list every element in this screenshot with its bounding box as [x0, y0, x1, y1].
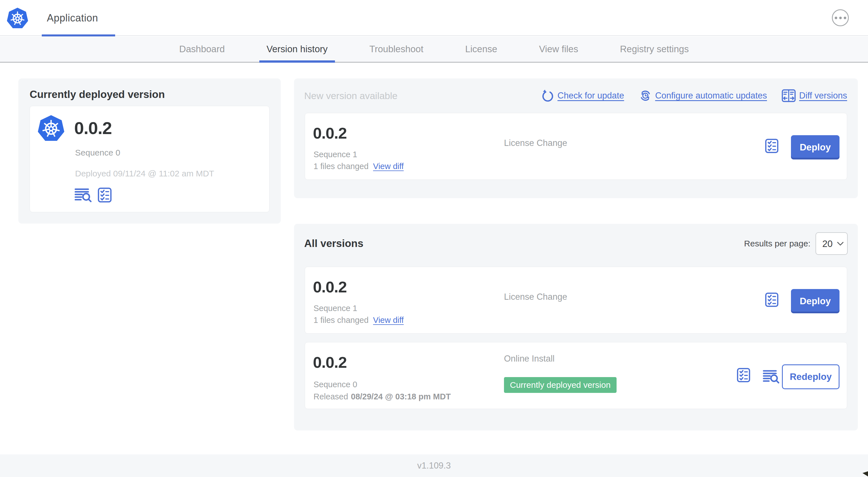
- view-diff-link[interactable]: View diff: [373, 316, 404, 325]
- check-for-update-link[interactable]: Check for update: [541, 89, 624, 102]
- auto-update-icon: [639, 89, 652, 102]
- diff-icon: [782, 89, 796, 102]
- new-version-card: 0.0.2 Sequence 1 1 files changed View di…: [305, 113, 847, 180]
- tab-dashboard[interactable]: Dashboard: [158, 36, 246, 62]
- version-number: 0.0.2: [313, 124, 347, 142]
- preflight-checklist-icon[interactable]: [98, 187, 112, 203]
- preflight-checklist-icon[interactable]: [765, 139, 779, 153]
- logs-icon[interactable]: [74, 188, 92, 202]
- kubernetes-logo-icon: [37, 114, 65, 142]
- app-tab[interactable]: Application: [6, 0, 98, 36]
- app-header: Application: [0, 0, 868, 36]
- diff-versions-link[interactable]: Diff versions: [782, 89, 847, 102]
- current-deployed-timestamp: Deployed 09/11/24 @ 11:02 am MDT: [75, 169, 214, 178]
- check-update-icon: [541, 89, 554, 102]
- currently-deployed-title: Currently deployed version: [30, 89, 165, 100]
- results-per-page-select[interactable]: 20: [815, 232, 848, 255]
- app-nav: Dashboard Version history Troubleshoot L…: [0, 36, 868, 63]
- version-source: Online Install: [504, 354, 555, 364]
- new-version-panel: New version available Check for update: [294, 79, 858, 198]
- tab-license[interactable]: License: [444, 36, 518, 62]
- configure-automatic-updates-link[interactable]: Configure automatic updates: [639, 89, 767, 102]
- version-source: License Change: [504, 292, 567, 302]
- currently-deployed-card: 0.0.2 Sequence 0 Deployed 09/11/24 @ 11:…: [30, 106, 270, 212]
- kots-admin-console: Application Dashboard Version history Tr…: [0, 0, 868, 477]
- currently-deployed-panel: Currently deployed version: [18, 79, 281, 223]
- all-versions-title: All versions: [304, 238, 364, 249]
- tab-view-files[interactable]: View files: [518, 36, 599, 62]
- new-version-title: New version available: [304, 90, 398, 101]
- files-changed: 1 files changed: [313, 316, 369, 325]
- tab-registry-settings[interactable]: Registry settings: [599, 36, 710, 62]
- more-options-button[interactable]: [832, 9, 849, 26]
- tab-troubleshoot[interactable]: Troubleshoot: [348, 36, 444, 62]
- version-number: 0.0.2: [313, 353, 347, 371]
- preflight-checklist-icon[interactable]: [765, 292, 779, 307]
- version-sequence: Sequence 1: [313, 304, 357, 313]
- all-versions-panel: All versions Results per page: 20 0.0.2 …: [294, 224, 858, 430]
- redeploy-button[interactable]: Redeploy: [782, 364, 839, 389]
- deploy-button[interactable]: Deploy: [791, 135, 839, 159]
- more-options-icon: [835, 17, 837, 19]
- version-row: 0.0.2 Sequence 0 Released08/29/24 @ 03:1…: [305, 342, 847, 409]
- current-sequence: Sequence 0: [75, 148, 120, 157]
- results-per-page-label: Results per page:: [744, 239, 810, 248]
- app-title: Application: [47, 12, 98, 24]
- current-version-number: 0.0.2: [74, 118, 112, 138]
- currently-deployed-badge: Currently deployed version: [504, 377, 617, 393]
- preflight-checklist-icon[interactable]: [737, 368, 750, 383]
- tab-version-history[interactable]: Version history: [246, 36, 348, 62]
- version-sequence: Sequence 1: [313, 150, 357, 159]
- console-version: v1.109.3: [417, 460, 451, 471]
- view-diff-link[interactable]: View diff: [373, 162, 404, 171]
- deploy-button[interactable]: Deploy: [791, 289, 839, 313]
- kubernetes-logo-icon: [6, 7, 29, 29]
- version-source: License Change: [504, 138, 567, 148]
- app-footer: v1.109.3: [0, 454, 868, 477]
- version-released-timestamp: Released08/29/24 @ 03:18 pm MDT: [313, 392, 451, 401]
- files-changed: 1 files changed: [313, 162, 369, 171]
- version-number: 0.0.2: [313, 278, 347, 296]
- active-app-tab-underline: [42, 34, 115, 36]
- version-sequence: Sequence 0: [313, 380, 357, 389]
- logs-icon[interactable]: [763, 369, 780, 384]
- version-row: 0.0.2 Sequence 1 1 files changed View di…: [305, 267, 847, 334]
